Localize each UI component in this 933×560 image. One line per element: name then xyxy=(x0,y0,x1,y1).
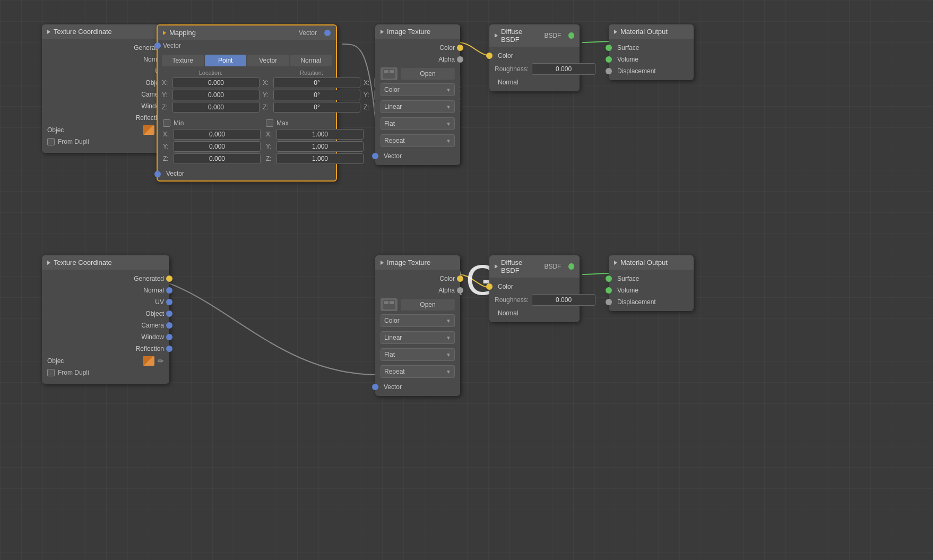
color-out-row-b: Color xyxy=(375,273,460,285)
tab-normal[interactable]: Normal xyxy=(290,55,332,66)
repeat-dropdown-b[interactable]: Repeat ▼ xyxy=(381,365,455,378)
tab-row: Texture Point Vector Normal xyxy=(158,51,336,70)
camera-row-b: Camera xyxy=(42,320,169,331)
from-dupli-checkbox[interactable] xyxy=(47,138,55,145)
obje-row: Objec ✏ xyxy=(42,124,169,136)
volume-socket xyxy=(606,56,612,63)
max-x-input[interactable] xyxy=(277,129,364,140)
max-z-input[interactable] xyxy=(277,153,364,164)
mat-out-triangle xyxy=(614,30,617,34)
color-in-row: Color xyxy=(489,50,580,62)
max-z-row: Z: xyxy=(266,153,364,164)
normal-in-row-b: Normal xyxy=(489,307,580,319)
img-tex-header-b: Image Texture xyxy=(375,255,460,270)
max-checkbox[interactable] xyxy=(266,119,273,127)
color-in-socket-b xyxy=(486,283,493,290)
reflection-socket-b xyxy=(166,346,172,352)
tab-texture[interactable]: Texture xyxy=(162,55,204,66)
color-dropdown[interactable]: Color ▼ xyxy=(381,83,455,96)
surface-row: Surface xyxy=(609,42,694,54)
dd-arrow-b3: ▼ xyxy=(446,352,451,358)
min-y-input[interactable] xyxy=(174,141,261,152)
image-texture-node-top: Image Texture Color Alpha Open Color ▼ L… xyxy=(375,24,460,165)
open-button[interactable]: Open xyxy=(401,68,455,80)
from-dupli-row: From Dupli xyxy=(42,136,169,150)
repeat-dropdown[interactable]: Repeat ▼ xyxy=(381,134,455,147)
vector-in-row-b: Vector xyxy=(375,381,460,393)
roughness-row-b: Roughness: xyxy=(489,292,580,307)
normal-row: Normal xyxy=(42,54,169,65)
img-tex-body: Color Alpha Open Color ▼ Linear ▼ xyxy=(375,39,460,165)
object-socket-b xyxy=(166,311,172,317)
loc-x-row: X: xyxy=(162,77,260,88)
max-y-row: Y: xyxy=(266,141,364,152)
object-row: Object xyxy=(42,77,169,89)
color-dropdown-b[interactable]: Color ▼ xyxy=(381,314,455,327)
rot-z-input[interactable] xyxy=(273,102,360,113)
dd-arrow-b4: ▼ xyxy=(446,369,451,375)
img-tex-title-b: Image Texture xyxy=(387,259,430,266)
linear-dropdown[interactable]: Linear ▼ xyxy=(381,100,455,113)
reflection-row: Reflection xyxy=(42,112,169,124)
displacement-socket-b xyxy=(606,299,612,305)
flat-dropdown[interactable]: Flat ▼ xyxy=(381,117,455,130)
mat-out-title: Material Output xyxy=(620,28,668,36)
min-x-input[interactable] xyxy=(174,129,261,140)
rot-x-row: X: xyxy=(263,77,360,88)
from-dupli-checkbox-b[interactable] xyxy=(47,369,55,376)
roughness-input-b[interactable] xyxy=(532,294,595,306)
obje-icon-b xyxy=(143,356,154,366)
vector-bottom-socket xyxy=(154,171,161,177)
roughness-input[interactable] xyxy=(532,63,595,75)
min-max-row: Min X: Y: Z: Max X: xyxy=(158,117,336,168)
from-dupli-row-b: From Dupli xyxy=(42,367,169,381)
diffuse-title-b: Diffuse BSDF xyxy=(501,259,538,274)
mat-out-body-b: Surface Volume Displacement xyxy=(609,270,694,311)
camera-row: Camera xyxy=(42,89,169,100)
rot-x-input[interactable] xyxy=(273,77,360,88)
rot-y-input[interactable] xyxy=(273,90,360,100)
min-z-input[interactable] xyxy=(174,153,261,164)
mapping-header: Mapping Vector xyxy=(158,25,336,40)
flat-dropdown-b[interactable]: Flat ▼ xyxy=(381,348,455,361)
diffuse-header: Diffuse BSDF BSDF xyxy=(489,24,580,47)
image-texture-node-bottom: Image Texture Color Alpha Open Color ▼ L… xyxy=(375,255,460,396)
tab-vector[interactable]: Vector xyxy=(247,55,289,66)
max-y-input[interactable] xyxy=(277,141,364,152)
uv-socket-b xyxy=(166,299,172,305)
surface-socket-b xyxy=(606,275,612,282)
loc-y-row: Y: xyxy=(162,90,260,100)
displacement-socket xyxy=(606,68,612,74)
min-col: Min X: Y: Z: xyxy=(163,119,261,166)
tab-point[interactable]: Point xyxy=(205,55,247,66)
loc-y-input[interactable] xyxy=(172,90,260,100)
min-z-row: Z: xyxy=(163,153,261,164)
img-btn-row: Open xyxy=(375,65,460,82)
obje-row-b: Objec ✏ xyxy=(42,355,169,367)
color-out-socket-b xyxy=(457,275,463,282)
alpha-out-socket xyxy=(457,56,463,63)
object-row-b: Object xyxy=(42,308,169,320)
mapping-fields: Location: X: Y: Z: Rotation: X: Y: xyxy=(158,70,336,117)
color-out-socket xyxy=(457,45,463,51)
mat-out-header: Material Output xyxy=(609,24,694,39)
normal-row-b: Normal xyxy=(42,285,169,296)
vector-in-socket-b xyxy=(372,384,378,390)
diffuse-bsdf-node-top: Diffuse BSDF BSDF Color Roughness: Norma… xyxy=(489,24,580,91)
node-title: Texture Coordinate xyxy=(54,28,112,36)
min-checkbox[interactable] xyxy=(163,119,170,127)
displacement-row-b: Displacement xyxy=(609,296,694,308)
mapping-title: Mapping xyxy=(169,29,196,37)
linear-dropdown-b[interactable]: Linear ▼ xyxy=(381,331,455,344)
vector-in-row: Vector xyxy=(375,150,460,162)
roughness-row: Roughness: xyxy=(489,62,580,76)
diffuse-bsdf-node-bottom: Diffuse BSDF BSDF Color Roughness: Norma… xyxy=(489,255,580,322)
repeat-dropdown-row: Repeat ▼ xyxy=(375,133,460,150)
loc-z-input[interactable] xyxy=(172,102,260,113)
open-button-b[interactable]: Open xyxy=(401,299,455,311)
dropdown-arrow4: ▼ xyxy=(446,138,451,144)
img-tex-title: Image Texture xyxy=(387,28,430,36)
svg-rect-4 xyxy=(384,301,388,304)
loc-x-input[interactable] xyxy=(172,77,260,88)
svg-rect-2 xyxy=(390,70,394,73)
